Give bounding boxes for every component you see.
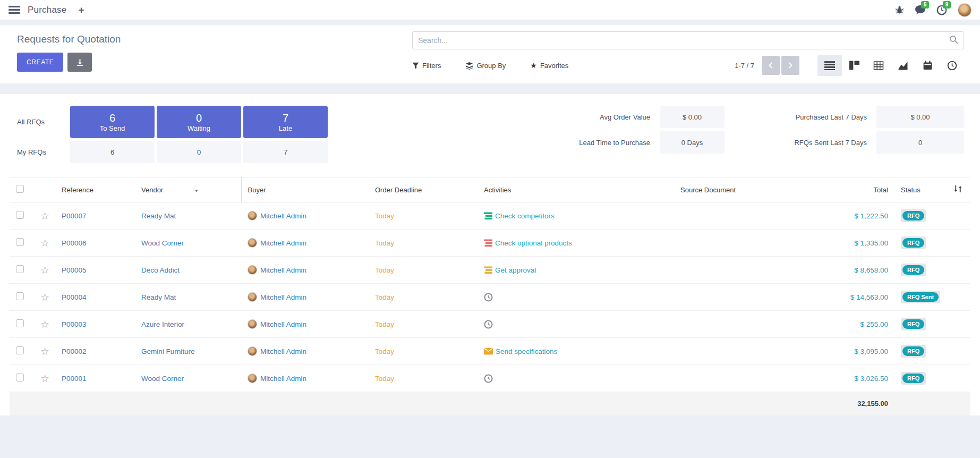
create-button[interactable]: CREATE [17, 53, 63, 72]
search-input[interactable] [418, 36, 949, 45]
reference-link[interactable]: P00005 [62, 266, 87, 274]
filter-icon [412, 62, 419, 69]
activity-cell[interactable]: Get approval [484, 266, 668, 274]
kanban-view-button[interactable] [842, 55, 866, 76]
reference-link[interactable]: P00003 [62, 320, 87, 328]
debug-bug-icon[interactable] [895, 5, 904, 14]
buyer-link[interactable]: Mitchell Admin [260, 293, 306, 301]
favorite-star-icon[interactable]: ☆ [40, 238, 49, 249]
reference-link[interactable]: P00006 [62, 239, 87, 247]
table-row[interactable]: ☆ P00003 Azure Interior Mitchell Admin T… [10, 311, 970, 338]
favorite-star-icon[interactable]: ☆ [40, 210, 49, 222]
calendar-view-button[interactable] [915, 55, 940, 76]
apps-menu-icon[interactable] [8, 4, 20, 15]
pivot-view-icon [873, 61, 884, 70]
activity-cell[interactable]: Check competitors [484, 212, 668, 220]
reference-link[interactable]: P00007 [62, 212, 87, 220]
favorites-button[interactable]: ★ Favorites [530, 61, 568, 70]
buyer-link[interactable]: Mitchell Admin [260, 320, 306, 328]
favorite-star-icon[interactable]: ☆ [40, 346, 49, 357]
favorites-star-icon: ★ [530, 61, 537, 70]
kpi-to-send-tile[interactable]: 6 To Send [70, 106, 155, 138]
buyer-avatar [248, 265, 257, 275]
activity-cell[interactable] [484, 293, 668, 302]
my-late-tile[interactable]: 7 [243, 141, 328, 163]
kpi-waiting-tile[interactable]: 0 Waiting [157, 106, 241, 138]
row-checkbox[interactable] [16, 374, 24, 381]
total-amount: $ 1,222.50 [815, 202, 894, 230]
messages-icon[interactable]: 5 [915, 5, 926, 15]
activity-cell[interactable]: Check optional products [484, 239, 668, 247]
row-checkbox[interactable] [16, 265, 24, 273]
header-reference[interactable]: Reference [55, 177, 135, 202]
favorite-star-icon[interactable]: ☆ [40, 373, 49, 384]
table-row[interactable]: ☆ P00002 Gemini Furniture Mitchell Admin… [10, 338, 970, 365]
favorite-star-icon[interactable]: ☆ [40, 292, 49, 303]
kpi-late-tile[interactable]: 7 Late [243, 106, 328, 138]
vendor-link[interactable]: Deco Addict [141, 266, 180, 274]
favorite-star-icon[interactable]: ☆ [40, 319, 49, 330]
vendor-link[interactable]: Ready Mat [141, 293, 176, 301]
row-checkbox[interactable] [16, 319, 24, 327]
row-checkbox[interactable] [16, 211, 24, 219]
activity-view-button[interactable] [940, 55, 964, 76]
vendor-link[interactable]: Gemini Furniture [141, 347, 195, 355]
total-amount: $ 8,658.00 [815, 257, 894, 284]
header-vendor[interactable]: Vendor▾ [135, 177, 241, 202]
buyer-link[interactable]: Mitchell Admin [260, 347, 306, 355]
activity-cell[interactable] [484, 320, 668, 329]
favorite-star-icon[interactable]: ☆ [40, 265, 49, 276]
activity-cell[interactable]: Send specifications [484, 347, 668, 355]
toggle-columns-button[interactable] [945, 177, 970, 202]
sort-descending-icon: ▾ [195, 188, 198, 193]
activity-cell[interactable] [484, 374, 668, 383]
waiting-count: 0 [157, 112, 241, 124]
table-row[interactable]: ☆ P00004 Ready Mat Mitchell Admin Today … [10, 284, 970, 311]
header-buyer[interactable]: Buyer [241, 177, 369, 202]
app-name[interactable]: Purchase [28, 5, 66, 15]
header-status[interactable]: Status [894, 177, 945, 202]
activities-icon[interactable]: 9 [936, 5, 947, 15]
list-view-button[interactable] [817, 55, 842, 76]
reference-link[interactable]: P00001 [62, 375, 87, 383]
waiting-label: Waiting [157, 124, 241, 132]
user-avatar[interactable] [958, 3, 972, 17]
vendor-link[interactable]: Wood Corner [141, 375, 184, 383]
buyer-link[interactable]: Mitchell Admin [260, 212, 306, 220]
export-button[interactable] [67, 53, 92, 72]
table-row[interactable]: ☆ P00001 Wood Corner Mitchell Admin Toda… [10, 365, 970, 392]
to-send-label: To Send [70, 124, 155, 132]
table-row[interactable]: ☆ P00007 Ready Mat Mitchell Admin Today … [10, 202, 970, 230]
header-activities[interactable]: Activities [478, 177, 674, 202]
pager-previous-button[interactable] [762, 56, 780, 75]
vendor-link[interactable]: Ready Mat [141, 212, 176, 220]
filters-button[interactable]: Filters [412, 62, 441, 70]
row-checkbox[interactable] [16, 238, 24, 246]
rfqs-sent-last-7-days: 0 [876, 131, 964, 154]
vendor-link[interactable]: Azure Interior [141, 320, 184, 328]
search-icon[interactable] [949, 35, 958, 46]
header-order-deadline[interactable]: Order Deadline [369, 177, 478, 202]
pager-next-button[interactable] [781, 56, 799, 75]
search-bar[interactable] [412, 31, 964, 49]
reference-link[interactable]: P00004 [62, 293, 87, 301]
pivot-view-button[interactable] [866, 55, 891, 76]
reference-link[interactable]: P00002 [62, 347, 87, 355]
new-tab-button[interactable]: + [78, 4, 84, 16]
buyer-link[interactable]: Mitchell Admin [260, 375, 306, 383]
avg-order-value: $ 0.00 [660, 106, 725, 128]
select-all-checkbox[interactable] [16, 185, 24, 193]
my-waiting-tile[interactable]: 0 [157, 141, 241, 163]
header-source-document[interactable]: Source Document [674, 177, 815, 202]
table-row[interactable]: ☆ P00005 Deco Addict Mitchell Admin Toda… [10, 257, 970, 284]
graph-view-button[interactable] [891, 55, 915, 76]
row-checkbox[interactable] [16, 292, 24, 300]
buyer-link[interactable]: Mitchell Admin [260, 239, 306, 247]
header-total[interactable]: Total [815, 177, 894, 202]
group-by-button[interactable]: Group By [465, 62, 506, 70]
table-row[interactable]: ☆ P00006 Wood Corner Mitchell Admin Toda… [10, 230, 970, 257]
row-checkbox[interactable] [16, 346, 24, 354]
vendor-link[interactable]: Wood Corner [141, 239, 184, 247]
my-to-send-tile[interactable]: 6 [70, 141, 155, 163]
buyer-link[interactable]: Mitchell Admin [260, 266, 306, 274]
